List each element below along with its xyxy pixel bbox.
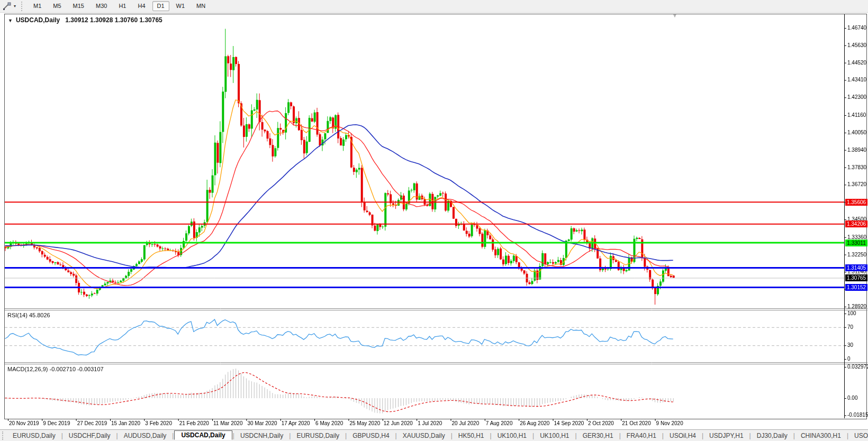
chart-tab[interactable]: DJ30,Daily: [752, 431, 793, 440]
chart-tab[interactable]: FRA40,H1: [621, 431, 662, 440]
tab-list: EURUSD,Daily|USDCHF,Daily|AUDUSD,Daily|U…: [7, 431, 868, 440]
level-price-tag: 1.35606: [845, 199, 867, 206]
level-price-tag: 1.33011: [845, 240, 867, 246]
chart-tab[interactable]: USDJPY,H1: [704, 431, 748, 440]
timeframe-button-h1[interactable]: H1: [114, 1, 131, 11]
y-axis-label: 1.42300: [847, 94, 866, 100]
y-axis-label: 1.32250: [847, 252, 866, 258]
crosshair-tool-icon[interactable]: [2, 2, 13, 11]
chart-menu-caret[interactable]: ▼: [8, 18, 13, 23]
timeframe-button-mn[interactable]: MN: [192, 1, 210, 11]
x-axis-date-label: 17 Apr 2020: [282, 420, 310, 426]
chart-tab[interactable]: USOil,H1: [849, 431, 868, 440]
rsi-scale-label: 30: [847, 342, 853, 348]
tool-dropdown-caret[interactable]: ▾: [14, 4, 16, 8]
level-price-tag: 1.34206: [845, 221, 867, 227]
x-axis-date-label: 20 Jul 2020: [452, 420, 480, 426]
toolbar-grip[interactable]: [21, 2, 22, 11]
rsi-scale-label: 100: [847, 310, 856, 316]
rsi-scale-label: 70: [847, 324, 853, 330]
x-axis-date-label: 6 May 2020: [315, 420, 343, 426]
rsi-label: RSI(14) 45.8026: [7, 312, 50, 318]
timeframe-button-d1[interactable]: D1: [152, 1, 169, 11]
x-axis-date-label: 7 Aug 2020: [486, 420, 513, 426]
rsi-scale-label: 0: [847, 356, 851, 362]
chart-tab[interactable]: EURUSD,Daily: [291, 431, 345, 440]
chart-ohlc-values: 1.30912 1.30928 1.30760 1.30765: [65, 16, 162, 24]
timeframe-button-m5[interactable]: M5: [48, 1, 66, 11]
chart-tab[interactable]: USDCNH,Daily: [235, 431, 288, 440]
chart-tab[interactable]: AUDUSD,Daily: [119, 431, 172, 440]
x-axis-date-label: 27 Dec 2019: [77, 420, 107, 426]
y-axis-label: 1.43410: [847, 77, 866, 82]
x-axis-date-label: 20 Nov 2019: [9, 420, 39, 426]
timeframe-button-m30[interactable]: M30: [91, 1, 112, 11]
y-axis-label: 1.37830: [847, 164, 866, 170]
y-axis-label: 1.40050: [847, 130, 866, 135]
macd-label: MACD(12,26,9) -0.002710 -0.003107: [7, 366, 104, 372]
chart-symbol-label: USDCAD,Daily: [16, 16, 60, 24]
x-axis-date-label: 21 Oct 2020: [622, 420, 650, 426]
y-axis-label: 1.46740: [847, 25, 866, 31]
x-axis-date-label: 15 Jan 2020: [111, 420, 140, 426]
y-axis-label: 1.44520: [847, 60, 866, 66]
chart-tab[interactable]: EURUSD,Daily: [7, 431, 61, 440]
x-axis-date-label: 12 Jun 2020: [384, 420, 413, 426]
tab-bar-grip[interactable]: [2, 431, 3, 440]
timeframe-buttons: M1M5M15M30H1H4D1W1MN: [28, 1, 211, 11]
x-axis-date-label: 14 Sep 2020: [554, 420, 584, 426]
chart-tab[interactable]: CHINA300,H1: [795, 431, 846, 440]
x-axis-date-label: 26 Aug 2020: [520, 420, 549, 426]
x-axis-date-label: 9 Dec 2019: [43, 420, 70, 426]
chart-tab[interactable]: UK100,H1: [535, 431, 574, 440]
price-chart-canvas[interactable]: [4, 14, 868, 424]
chart-shift-marker[interactable]: ▼: [672, 13, 677, 19]
level-price-tag: 1.31405: [845, 264, 867, 271]
chart-tab-bar: EURUSD,Daily|USDCHF,Daily|AUDUSD,Daily|U…: [0, 429, 868, 441]
y-axis-label: 1.45630: [847, 42, 866, 48]
chart-tab[interactable]: UK100,H1: [492, 431, 532, 440]
level-price-tag: 1.30152: [845, 284, 867, 291]
x-axis-date-label: 2 Oct 2020: [588, 420, 614, 426]
chart-tab[interactable]: USDCHF,Daily: [64, 431, 116, 440]
timeframe-button-w1[interactable]: W1: [171, 1, 190, 11]
timeframe-button-m1[interactable]: M1: [29, 1, 46, 11]
x-axis-date-label: 25 May 2020: [349, 420, 380, 426]
x-axis-date-label: 11 Mar 2020: [213, 420, 242, 426]
x-axis-date-label: 21 Feb 2020: [179, 420, 209, 426]
x-axis-date-label: 30 Mar 2020: [247, 420, 277, 426]
chart-tab[interactable]: USDCAD,Daily: [174, 430, 232, 440]
chart-tab[interactable]: USOil,H4: [664, 431, 701, 440]
x-axis-date-label: 9 Nov 2020: [656, 420, 683, 426]
timeframe-button-h4[interactable]: H4: [133, 1, 150, 11]
macd-scale-label: 0.032972: [847, 364, 868, 370]
chart-tab[interactable]: HK50,H1: [453, 431, 490, 440]
x-axis-date-label: 1 Jul 2020: [418, 420, 442, 426]
y-axis-label: 1.36720: [847, 181, 866, 187]
y-axis-label: 1.41160: [847, 112, 866, 118]
y-axis-label: 1.28920: [847, 304, 866, 309]
chart-title: ▼USDCAD,Daily1.30912 1.30928 1.30760 1.3…: [8, 16, 162, 24]
timeframe-button-m15[interactable]: M15: [68, 1, 89, 11]
macd-scale-label: 0.00: [847, 395, 857, 401]
chart-tab[interactable]: XAUUSD,Daily: [397, 431, 450, 440]
top-toolbar: ▾ M1M5M15M30H1H4D1W1MN: [0, 0, 868, 13]
macd-scale-label: -0.018154: [847, 412, 868, 418]
bid-price-tag: 1.30765: [845, 274, 867, 281]
chart-tab[interactable]: GER30,H1: [577, 431, 619, 440]
x-axis-date-label: 3 Feb 2020: [145, 420, 172, 426]
chart-tab[interactable]: GBPUSD,H4: [347, 431, 394, 440]
y-axis-label: 1.38940: [847, 147, 866, 153]
